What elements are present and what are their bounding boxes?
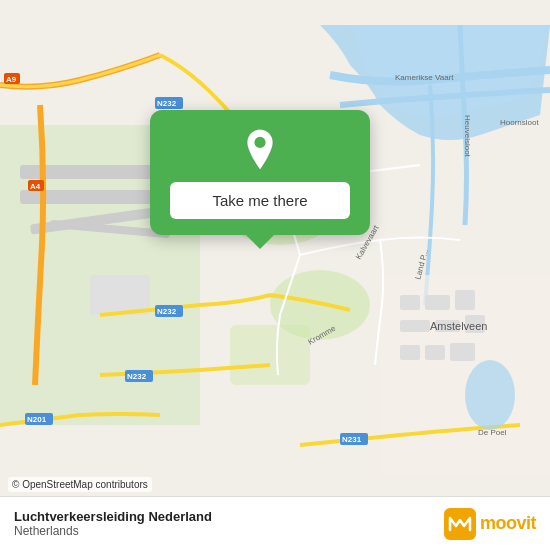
svg-text:Kamerikse Vaart: Kamerikse Vaart	[395, 73, 454, 82]
svg-rect-12	[425, 295, 450, 310]
location-country: Netherlands	[14, 524, 212, 538]
svg-text:N232: N232	[157, 307, 177, 316]
svg-text:A4: A4	[30, 182, 41, 191]
svg-text:N232: N232	[127, 372, 147, 381]
svg-rect-19	[450, 343, 475, 361]
location-name: Luchtverkeersleiding Nederland	[14, 509, 212, 524]
svg-text:N231: N231	[342, 435, 362, 444]
svg-text:A9: A9	[6, 75, 17, 84]
moovit-brand-text: moovit	[480, 513, 536, 534]
svg-rect-9	[230, 325, 310, 385]
osm-credit: © OpenStreetMap contributors	[8, 477, 152, 492]
svg-rect-17	[400, 345, 420, 360]
moovit-logo: moovit	[444, 508, 536, 540]
svg-text:Heuvelsloot: Heuvelsloot	[463, 115, 472, 158]
svg-text:De Poel: De Poel	[478, 428, 507, 437]
svg-rect-13	[455, 290, 475, 310]
map-container: A9 A9 A4 N232 N232 N232 N231 N201	[0, 0, 550, 550]
location-info: Luchtverkeersleiding Nederland Netherlan…	[14, 509, 212, 538]
svg-text:Amstelveen: Amstelveen	[430, 320, 487, 332]
popup-card: Take me there	[150, 110, 370, 235]
svg-rect-18	[425, 345, 445, 360]
svg-text:Hoornsloot: Hoornsloot	[500, 118, 539, 127]
bottom-bar: Luchtverkeersleiding Nederland Netherlan…	[0, 496, 550, 550]
moovit-icon	[444, 508, 476, 540]
svg-rect-11	[400, 295, 420, 310]
svg-point-44	[254, 137, 265, 148]
take-me-there-button[interactable]: Take me there	[170, 182, 350, 219]
svg-point-41	[465, 360, 515, 430]
location-pin-icon	[238, 128, 282, 172]
svg-text:N232: N232	[157, 99, 177, 108]
svg-rect-14	[400, 320, 430, 332]
svg-text:N201: N201	[27, 415, 47, 424]
map-background: A9 A9 A4 N232 N232 N232 N231 N201	[0, 0, 550, 550]
